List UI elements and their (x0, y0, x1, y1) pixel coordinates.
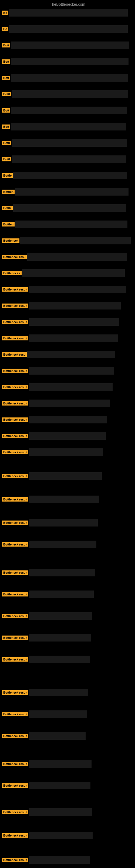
list-item: Bottleneck result (0, 830, 135, 841)
bottleneck-label: Bottleneck result (2, 474, 28, 478)
list-item: Bottleneck result (0, 517, 135, 529)
dark-bar (29, 286, 126, 293)
bottleneck-label: Bottleneck result (2, 636, 28, 640)
bottleneck-label: Bottleneck result (2, 657, 28, 661)
bottleneck-label: Bottleneck result (2, 783, 28, 788)
bottleneck-label: Bottleneck result (2, 336, 28, 340)
bottleneck-label: Bottleneck result (2, 287, 28, 291)
bottleneck-label: Bottl (2, 157, 11, 161)
bottleneck-label: Bottleneck result (2, 450, 28, 454)
dark-bar (29, 519, 98, 527)
list-item: Bottle (0, 169, 135, 182)
dark-bar (29, 856, 90, 864)
bottleneck-label: Bottleneck result (2, 858, 28, 862)
bottleneck-label: Bottleneck result (2, 320, 28, 324)
list-item: Bottleneck result (0, 854, 135, 866)
site-title: TheBottlenecker.com (0, 0, 135, 8)
dark-bar (13, 204, 126, 212)
dark-bar (11, 58, 129, 65)
dark-bar (11, 123, 126, 130)
list-item: Bottleneck result (0, 632, 135, 644)
dark-bar (29, 782, 90, 789)
list-item: Bottleneck result (0, 316, 135, 328)
bottleneck-label: Bottleneck result (2, 401, 28, 405)
bottleneck-label: Bottleneck result (2, 417, 28, 422)
list-item: Bottleneck result (0, 538, 135, 550)
list-item: Bottleneck result (0, 610, 135, 622)
list-item: Bottleneck result (0, 430, 135, 442)
bottleneck-label: Bottl (2, 141, 11, 145)
bottleneck-label: Bott (2, 59, 10, 64)
list-item: Bottleneck result (0, 381, 135, 393)
list-item: Bottlen (0, 218, 135, 230)
bottleneck-label: Bott (2, 43, 10, 48)
bottleneck-label: Bottleneck (2, 239, 19, 243)
dark-bar (29, 590, 94, 598)
list-item: Bottleneck resu (0, 251, 135, 263)
list-item: Bottleneck result (0, 806, 135, 818)
dark-bar (29, 832, 93, 839)
bottleneck-label: Bottleneck result (2, 810, 28, 814)
list-item: Bo (0, 23, 135, 35)
bottleneck-label: Bottleneck result (2, 690, 28, 695)
list-item: Bott (0, 56, 135, 67)
dark-bar (29, 634, 91, 642)
bottleneck-label: Bottleneck result (2, 497, 28, 501)
bottleneck-label: Bottl (2, 92, 11, 96)
dark-bar (11, 106, 127, 114)
list-item: Bottleneck result (0, 588, 135, 600)
dark-bar (29, 318, 119, 326)
bottleneck-label: Bottleneck result (2, 734, 28, 738)
dark-bar (29, 400, 110, 407)
list-item: Bottleneck result (0, 493, 135, 505)
dark-bar (29, 416, 107, 424)
bottleneck-label: Bottleneck result (2, 592, 28, 596)
list-item: Bo (0, 7, 135, 19)
list-item: Bottl (0, 137, 135, 149)
bottleneck-label: Bottleneck r (2, 271, 21, 275)
dark-bar (9, 9, 128, 17)
bottleneck-label: Bottleneck result (2, 762, 28, 766)
list-item: Bottleneck result (0, 653, 135, 665)
dark-bar (27, 351, 115, 358)
bottleneck-label: Bottleneck result (2, 570, 28, 575)
dark-bar (29, 760, 92, 768)
list-item: Bott (0, 104, 135, 116)
bottleneck-label: Bottleneck resu (2, 352, 27, 357)
list-item: Bott (0, 121, 135, 133)
bottleneck-label: Bottleneck result (2, 385, 28, 389)
dark-bar (11, 41, 129, 49)
dark-bar (29, 732, 86, 740)
dark-bar (29, 656, 90, 663)
list-item: Bottleneck result (0, 446, 135, 458)
list-item: Bottleneck result (0, 414, 135, 426)
bottleneck-label: Bottle (2, 206, 13, 210)
bottleneck-label: Bottleneck result (2, 521, 28, 525)
dark-bar (29, 383, 113, 391)
dark-bar (12, 90, 128, 98)
dark-bar (29, 808, 92, 816)
dark-bar (29, 367, 114, 375)
list-item: Bottleneck resu (0, 348, 135, 361)
dark-bar (13, 172, 127, 179)
list-item: Bottlen (0, 186, 135, 198)
list-item: Bottl (0, 153, 135, 165)
bottleneck-label: Bottleneck result (2, 833, 28, 838)
list-item: Bottl (0, 88, 135, 100)
list-item: Bottleneck result (0, 730, 135, 742)
list-item: Bottleneck (0, 235, 135, 247)
list-item: Bottleneck result (0, 708, 135, 720)
dark-bar (29, 710, 87, 718)
bottleneck-label: Bottleneck result (2, 614, 28, 618)
bottleneck-label: Bo (2, 10, 8, 15)
dark-bar (12, 155, 126, 163)
list-item: Bottleneck result (0, 365, 135, 377)
list-item: Bottleneck result (0, 300, 135, 312)
list-item: Bottleneck result (0, 567, 135, 579)
dark-bar (22, 269, 125, 277)
dark-bar (29, 448, 103, 456)
bottleneck-label: Bott (2, 76, 10, 80)
bottleneck-label: Bottleneck result (2, 304, 28, 308)
list-item: Bottleneck result (0, 780, 135, 792)
dark-bar (29, 612, 92, 620)
